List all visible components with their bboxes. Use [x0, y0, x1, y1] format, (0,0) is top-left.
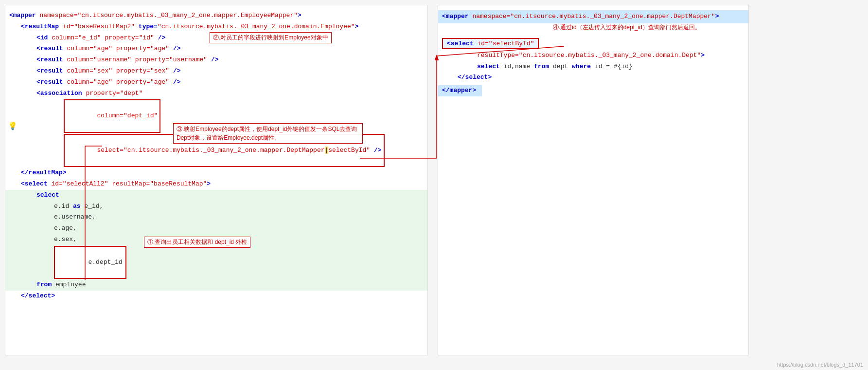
code-line-from: from employee [5, 279, 427, 291]
annotation-4: ④.通过id（左边传入过来的dept_id）查询部门然后返回。 [550, 22, 704, 33]
code-line-select-close: </select> [5, 291, 427, 302]
code-line-select-kw: select [5, 190, 427, 201]
code-line-resultmap-close: </resultMap> [5, 167, 427, 179]
tag: <mapper [9, 11, 39, 21]
annotation-2: ②.对员工的字段进行映射到Employee对象中 [210, 32, 332, 43]
right-mapper-header: <mapper namespace="cn.itsource.mybatis._… [438, 10, 748, 23]
right-panel: <mapper namespace="cn.itsource.mybatis._… [438, 5, 749, 355]
right-select-box: <select id="selectById" [442, 38, 539, 49]
left-panel: <mapper namespace="cn.itsource.mybatis._… [5, 5, 428, 355]
code-line-result-age: <result column="age" property="age" /> [5, 43, 427, 55]
code-line-select-open: <select id="selectAll2" resultMap="baseR… [5, 179, 427, 190]
code-line-eid: e.id as e_id, [5, 201, 427, 212]
code-line-edeptid: e.dept_id [5, 245, 427, 279]
code-line-resultmap: <resultMap id="baseResultMap2" type="cn.… [5, 21, 427, 33]
right-select-query: select id,name from dept where id = #{id… [438, 61, 748, 73]
code-line-association: <association property="dept" [5, 88, 427, 99]
code-line-age: e.age, [5, 223, 427, 234]
bulb-icon: 💡 [8, 121, 18, 131]
code-line-username: e.username, [5, 212, 427, 223]
right-resulttype: resultType="cn.itsource.mybatis._03_many… [438, 50, 748, 61]
right-mapper-close: </mapper> [438, 85, 482, 96]
code-line-result-username: <result column="username" property="user… [5, 55, 427, 66]
watermark: https://blog.csdn.net/blogs_d_11701 [777, 362, 863, 368]
code-line-result-age2: <result column="age" property="age" /> [5, 77, 427, 88]
annotation-1: ①.查询出员工相关数据和 dept_id 外检 [144, 237, 250, 248]
annotation-3: ③.映射Employee的dept属性，使用dept_id外键的值发一条SQL去… [173, 123, 363, 144]
right-select-close: </select> [438, 72, 748, 83]
code-line-mapper-open: <mapper namespace="cn.itsource.mybatis._… [5, 10, 427, 21]
code-line-result-sex: <result column="sex" property="sex" /> [5, 66, 427, 77]
